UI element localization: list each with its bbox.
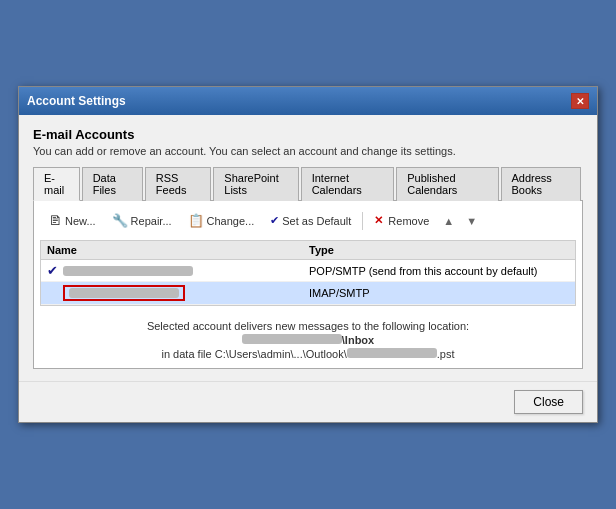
new-button[interactable]: 🖹 New...: [42, 210, 103, 231]
remove-icon: ✕: [374, 214, 383, 227]
tab-rssfeeds[interactable]: RSS Feeds: [145, 167, 211, 201]
dialog-content: E-mail Accounts You can add or remove an…: [19, 115, 597, 381]
tab-datafiles[interactable]: Data Files: [82, 167, 143, 201]
inbox-label: \Inbox: [342, 334, 374, 346]
repair-label: Repair...: [131, 215, 172, 227]
tab-bar: E-mail Data Files RSS Feeds SharePoint L…: [33, 167, 583, 201]
list-header: Name Type: [41, 241, 575, 260]
account-list[interactable]: Name Type ✔ POP/SMTP (send from this acc…: [40, 240, 576, 306]
table-row[interactable]: IMAP/SMTP: [41, 282, 575, 305]
path-prefix: in data file C:\Users\admin\...\Outlook\: [162, 348, 347, 360]
table-row[interactable]: ✔ POP/SMTP (send from this account by de…: [41, 260, 575, 282]
tab-addressbooks[interactable]: Address Books: [501, 167, 582, 201]
set-default-label: Set as Default: [282, 215, 351, 227]
title-bar-close-button[interactable]: ✕: [571, 93, 589, 109]
account-toolbar: 🖹 New... 🔧 Repair... 📋 Change... ✔ Set a…: [40, 207, 576, 234]
title-bar: Account Settings ✕: [19, 87, 597, 115]
repair-icon: 🔧: [112, 213, 128, 228]
tab-calendars[interactable]: Internet Calendars: [301, 167, 395, 201]
path-suffix: .pst: [437, 348, 455, 360]
row-name-cell: [63, 266, 309, 276]
move-up-button[interactable]: ▲: [438, 212, 459, 230]
tab-published[interactable]: Published Calendars: [396, 167, 498, 201]
status-text: Selected account delivers new messages t…: [40, 320, 576, 332]
set-default-button[interactable]: ✔ Set as Default: [263, 211, 358, 230]
section-title: E-mail Accounts: [33, 127, 583, 142]
change-label: Change...: [207, 215, 255, 227]
col-name-header: Name: [47, 244, 309, 256]
status-file-path: in data file C:\Users\admin\...\Outlook\…: [40, 348, 576, 360]
selected-account-box: [63, 285, 185, 301]
new-icon: 🖹: [49, 213, 62, 228]
remove-button[interactable]: ✕ Remove: [367, 211, 436, 230]
row-type-cell: POP/SMTP (send from this account by defa…: [309, 265, 569, 277]
status-inbox-path: \Inbox: [40, 334, 576, 346]
row-check-icon: ✔: [47, 263, 63, 278]
change-button[interactable]: 📋 Change...: [181, 210, 262, 231]
change-icon: 📋: [188, 213, 204, 228]
tab-email[interactable]: E-mail: [33, 167, 80, 201]
toolbar-separator: [362, 212, 363, 230]
dialog-title: Account Settings: [27, 94, 126, 108]
account-name-blurred-2: [69, 288, 179, 298]
close-button[interactable]: Close: [514, 390, 583, 414]
status-area: Selected account delivers new messages t…: [40, 314, 576, 362]
row-type-cell: IMAP/SMTP: [309, 287, 569, 299]
inbox-name-blurred: [242, 334, 342, 344]
remove-label: Remove: [388, 215, 429, 227]
repair-button[interactable]: 🔧 Repair...: [105, 210, 179, 231]
account-name-blurred: [63, 266, 193, 276]
new-label: New...: [65, 215, 96, 227]
path-file-blurred: [347, 348, 437, 358]
col-type-header: Type: [309, 244, 569, 256]
dialog-footer: Close: [19, 381, 597, 422]
checkmark-icon: ✔: [270, 214, 279, 227]
tab-sharepoint[interactable]: SharePoint Lists: [213, 167, 298, 201]
row-check-empty: [47, 286, 63, 301]
move-down-button[interactable]: ▼: [461, 212, 482, 230]
row-name-cell: [63, 285, 309, 301]
section-desc: You can add or remove an account. You ca…: [33, 145, 583, 157]
email-tab-content: 🖹 New... 🔧 Repair... 📋 Change... ✔ Set a…: [33, 201, 583, 369]
account-settings-dialog: Account Settings ✕ E-mail Accounts You c…: [18, 86, 598, 423]
